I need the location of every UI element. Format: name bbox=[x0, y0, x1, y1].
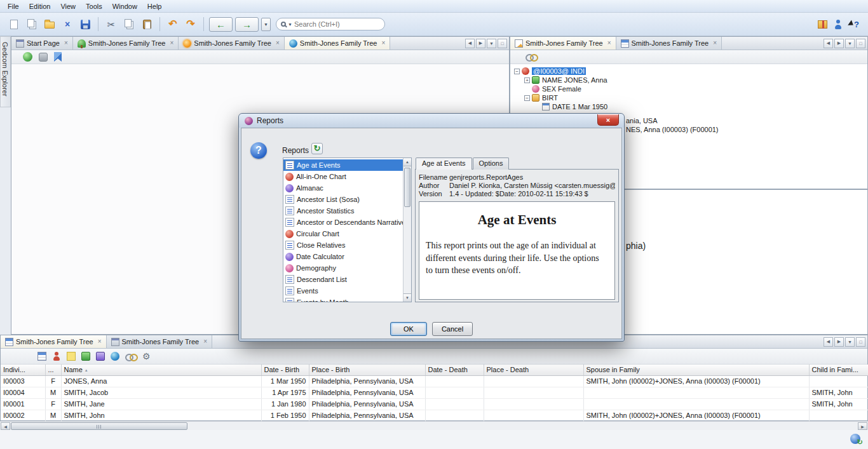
cancel-button[interactable]: Cancel bbox=[432, 322, 473, 336]
tree-row[interactable]: − @I00003@ INDI bbox=[510, 67, 867, 76]
table-row[interactable]: I00003 F JONES, Anna 1 Mar 1950 Philadel… bbox=[1, 375, 868, 387]
scrollbar-thumb[interactable] bbox=[11, 422, 187, 430]
paste-button[interactable] bbox=[139, 16, 155, 32]
report-list-item[interactable]: Ancestor List (Sosa) bbox=[283, 194, 403, 205]
tab-close-icon[interactable]: × bbox=[170, 40, 173, 46]
col-header-date-death[interactable]: Date - Death bbox=[425, 365, 484, 375]
tab-list-dropdown-button[interactable]: ▼ bbox=[845, 337, 855, 347]
tab-start-page[interactable]: Start Page × bbox=[11, 37, 73, 50]
ok-button[interactable]: OK bbox=[390, 322, 427, 336]
report-list-item[interactable]: Descendant List bbox=[283, 274, 403, 285]
gedcom-explorer-strip[interactable]: Gedcom Explorer bbox=[0, 36, 11, 107]
tab-entities-table[interactable]: Smith-Jones Family Tree × bbox=[1, 335, 107, 348]
stop-icon[interactable] bbox=[39, 53, 48, 62]
tree-row-fragment[interactable]: ania, USA bbox=[626, 117, 658, 124]
report-list-item[interactable]: Events bbox=[283, 285, 403, 297]
plugins-icon[interactable] bbox=[818, 20, 827, 29]
new-file-button[interactable] bbox=[6, 16, 22, 32]
scroll-tabs-right-button[interactable]: ▶ bbox=[476, 39, 485, 48]
col-header-child[interactable]: Child in Fami... bbox=[809, 365, 868, 375]
tab-report-info[interactable]: Age at Events bbox=[416, 157, 472, 170]
source-icon[interactable] bbox=[96, 352, 105, 361]
individuals-filter-icon[interactable] bbox=[52, 352, 61, 361]
reload-reports-button[interactable]: ↻ bbox=[311, 143, 323, 154]
dialog-close-button[interactable]: × bbox=[597, 114, 619, 126]
network-sync-icon[interactable]: ↻ bbox=[850, 434, 860, 444]
report-list-item[interactable]: All-in-One Chart bbox=[283, 171, 403, 182]
report-list-item[interactable]: Ancestor or Descendants Narrative bbox=[283, 217, 403, 228]
col-header-spouse[interactable]: Spouse in Family bbox=[583, 365, 809, 375]
forward-button[interactable]: → bbox=[235, 17, 259, 32]
search-input[interactable] bbox=[294, 20, 380, 28]
tab-close-icon[interactable]: × bbox=[607, 40, 611, 46]
tab-close-icon[interactable]: × bbox=[713, 40, 717, 46]
tree-row[interactable]: − BIRT bbox=[520, 93, 867, 102]
scroll-left-button[interactable]: ◀ bbox=[1, 422, 10, 430]
report-list-item[interactable]: Almanac bbox=[283, 182, 403, 194]
report-list-item[interactable]: Demography bbox=[283, 262, 403, 274]
scroll-up-button[interactable]: ▲ bbox=[403, 158, 411, 166]
delete-button[interactable]: × bbox=[59, 16, 76, 32]
cut-button[interactable]: ✂ bbox=[103, 16, 119, 32]
tree-row[interactable]: + NAME JONES, Anna bbox=[520, 76, 867, 84]
sticky-mode-icon[interactable] bbox=[23, 52, 32, 62]
scroll-right-button[interactable]: ▶ bbox=[858, 422, 867, 430]
report-list-item[interactable]: Age at Events bbox=[283, 159, 403, 171]
link-icon[interactable] bbox=[125, 353, 137, 360]
col-header-place-birth[interactable]: Place - Birth bbox=[309, 365, 425, 375]
context-help-icon[interactable]: ? bbox=[849, 20, 859, 29]
tab-close-icon[interactable]: × bbox=[203, 338, 207, 345]
tree-row[interactable]: DATE 1 Mar 1950 bbox=[531, 102, 867, 111]
col-header-date-birth[interactable]: Date - Birth bbox=[261, 365, 309, 375]
scrollbar-thumb[interactable] bbox=[404, 168, 410, 207]
menu-edition[interactable]: Edition bbox=[24, 1, 56, 12]
col-header-individual[interactable]: Indivi... bbox=[1, 365, 45, 375]
tab-gedcom-editor[interactable]: Smith-Jones Family Tree × bbox=[510, 37, 616, 50]
scroll-tabs-left-button[interactable]: ◀ bbox=[824, 39, 833, 48]
submitter-icon[interactable] bbox=[111, 352, 119, 361]
collapse-icon[interactable]: − bbox=[524, 95, 530, 101]
undo-button[interactable]: ↶ bbox=[165, 16, 181, 32]
link-icon[interactable] bbox=[526, 53, 537, 60]
tab-list-dropdown-button[interactable]: ▼ bbox=[487, 39, 496, 48]
redo-button[interactable]: ↷ bbox=[182, 16, 199, 32]
media-icon[interactable] bbox=[81, 352, 90, 361]
help-icon[interactable]: ? bbox=[250, 142, 267, 159]
tab-entities-2[interactable]: Smith-Jones Family Tree × bbox=[107, 335, 213, 348]
col-header-place-death[interactable]: Place - Death bbox=[484, 365, 583, 375]
tab-options[interactable]: Options bbox=[473, 157, 510, 170]
history-dropdown-button[interactable]: ▼ bbox=[261, 18, 271, 31]
col-header-name[interactable]: Name▲ bbox=[61, 365, 261, 375]
scroll-tabs-right-button[interactable]: ▶ bbox=[834, 39, 844, 48]
dialog-titlebar[interactable]: Reports bbox=[239, 114, 624, 128]
copy-button[interactable] bbox=[121, 16, 137, 32]
tab-editor-2[interactable]: Smith-Jones Family Tree × bbox=[616, 37, 722, 50]
expand-icon[interactable]: + bbox=[524, 77, 530, 83]
tab-close-icon[interactable]: × bbox=[98, 338, 102, 345]
tab-close-icon[interactable]: × bbox=[276, 40, 280, 46]
maximize-panel-button[interactable]: □ bbox=[856, 39, 865, 48]
tab-family-tree-2[interactable]: Smith-Jones Family Tree × bbox=[179, 37, 285, 50]
tree-row[interactable]: SEX Female bbox=[520, 84, 867, 93]
tab-family-tree-1[interactable]: Smith-Jones Family Tree × bbox=[73, 37, 179, 50]
menu-tools[interactable]: Tools bbox=[81, 1, 107, 12]
report-list-item[interactable]: Close Relatives bbox=[283, 239, 403, 251]
tree-row-fragment[interactable]: NES, Anna (I00003) (F00001) bbox=[626, 126, 719, 133]
report-list-item[interactable]: Events by Month bbox=[283, 297, 403, 302]
scroll-down-button[interactable]: ▼ bbox=[403, 293, 411, 302]
search-dropdown-icon[interactable]: ▼ bbox=[288, 22, 292, 27]
tab-family-tree-3[interactable]: Smith-Jones Family Tree × bbox=[285, 37, 391, 50]
report-list-item[interactable]: Date Calculator bbox=[283, 251, 403, 262]
table-row[interactable]: I00002 M SMITH, John 1 Feb 1950 Philadel… bbox=[1, 410, 868, 421]
report-list-item[interactable]: Ancestor Statistics bbox=[283, 205, 403, 217]
menu-file[interactable]: File bbox=[3, 1, 24, 12]
scroll-tabs-left-button[interactable]: ◀ bbox=[824, 337, 833, 347]
maximize-panel-button[interactable]: □ bbox=[498, 39, 507, 48]
collapse-icon[interactable]: − bbox=[514, 69, 520, 74]
note-icon[interactable] bbox=[67, 352, 76, 361]
user-icon[interactable] bbox=[834, 20, 843, 29]
open-button[interactable] bbox=[41, 16, 58, 32]
tab-list-dropdown-button[interactable]: ▼ bbox=[845, 39, 855, 48]
bookmark-icon[interactable] bbox=[54, 52, 62, 62]
menu-view[interactable]: View bbox=[55, 1, 81, 12]
